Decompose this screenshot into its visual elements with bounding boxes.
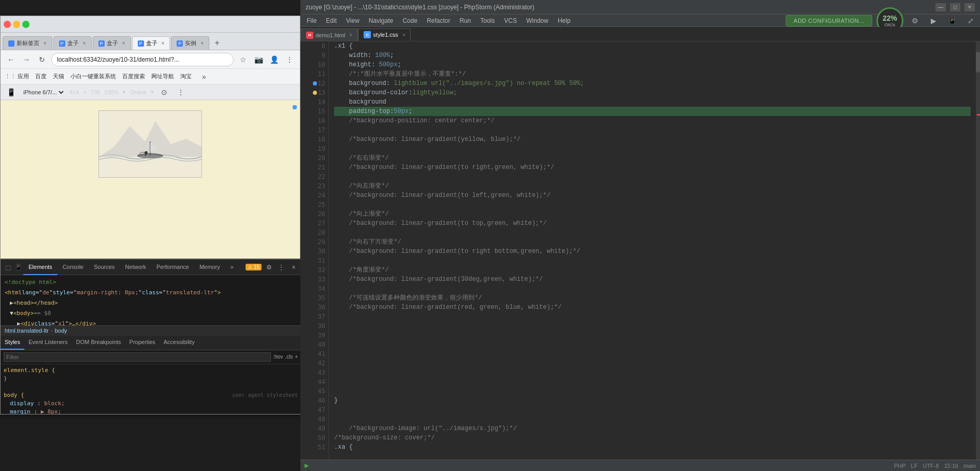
address-bar[interactable] — [51, 53, 234, 66]
menu-file[interactable]: File — [302, 16, 321, 25]
add-configuration-button[interactable]: ADD CONFIGURATION... — [786, 15, 872, 26]
bookmark-apps[interactable]: ⋮⋮ 应用 — [5, 73, 29, 80]
device-mode-arrow: ▾ — [151, 89, 154, 95]
menu-window[interactable]: Window — [522, 16, 553, 25]
phpstorm-tab-css[interactable]: C style1.css × — [358, 28, 411, 41]
browser-minimize-button[interactable] — [13, 21, 20, 28]
devtools-tab-network[interactable]: Network — [120, 260, 151, 275]
devtools-dots-icon[interactable]: ⋮ — [276, 262, 286, 273]
editor-scrollbar[interactable] — [976, 41, 980, 460]
phpstorm-tab-html[interactable]: H demo1.html × — [300, 28, 358, 41]
dom-panel[interactable]: <!doctype html> <html lang="de" style="m… — [1, 275, 301, 325]
device-rotate-icon[interactable]: ⊙ — [158, 86, 170, 98]
code-content-area[interactable]: .x1 { width: 100%; height: 500px; /*:*图片… — [329, 41, 976, 460]
styles-filter-input[interactable] — [4, 352, 271, 362]
tab-close-4[interactable]: × — [200, 40, 204, 46]
menu-edit[interactable]: Edit — [322, 16, 341, 25]
menu-tools[interactable]: Tools — [476, 16, 499, 25]
phone-icon-btn[interactable]: 📱 — [945, 13, 959, 28]
tab-box-2[interactable]: P 盒子 × — [93, 36, 131, 50]
filter-cls-btn[interactable]: .cls — [285, 354, 293, 360]
more-button[interactable]: ⋮ — [283, 53, 296, 66]
bookmarks-bar: ⋮⋮ 应用 百度 天猫 小白一键重装系统 百度搜索 网址导航 淘宝 » — [1, 69, 300, 84]
menu-help[interactable]: Help — [554, 16, 575, 25]
screenshot-button[interactable]: 📷 — [252, 53, 265, 66]
styles-tab-access[interactable]: Accessibility — [160, 335, 199, 350]
profile-button[interactable]: 👤 — [268, 53, 280, 66]
bookmark-button[interactable]: ☆ — [237, 53, 249, 66]
devtools-mobile-icon[interactable]: 📱 — [13, 262, 23, 273]
filter-add-btn[interactable]: + — [295, 354, 298, 360]
devtools-tab-console[interactable]: Console — [57, 260, 89, 275]
menu-code[interactable]: Code — [398, 16, 422, 25]
expand-icon-btn[interactable]: ⤢ — [963, 13, 978, 28]
back-button[interactable]: ← — [5, 53, 17, 66]
code-line-26: /*向上渐变*/ — [334, 209, 971, 219]
bookmark-reset[interactable]: 小白一键重装系统 — [70, 73, 116, 80]
filter-hov-btn[interactable]: :hov — [273, 354, 283, 360]
code-line-44 — [334, 377, 971, 387]
tab-example[interactable]: P 实例 × — [171, 36, 209, 50]
devtools-close-icon[interactable]: × — [289, 262, 299, 273]
bookmark-label-taobao: 淘宝 — [180, 73, 192, 80]
tab-box-1[interactable]: P 盒子 × — [53, 36, 92, 50]
styles-tab-event[interactable]: Event Listeners — [24, 335, 72, 350]
device-select[interactable]: iPhone 6/7/... — [21, 89, 65, 96]
html-tab-close[interactable]: × — [349, 32, 352, 38]
tab-close-0[interactable]: × — [44, 40, 47, 46]
bookmark-taobao[interactable]: 淘宝 — [180, 73, 192, 80]
resize-handle[interactable] — [293, 105, 297, 109]
tab-box-3-active[interactable]: P 盒子 × — [132, 36, 170, 50]
code-line-10: height: 500px; — [334, 60, 971, 69]
devtools-tab-memory[interactable]: Memory — [194, 260, 225, 275]
device-toggle-icon[interactable]: 📱 — [5, 86, 17, 98]
tab-new-tab[interactable]: 新标签页 × — [3, 36, 52, 50]
breadcrumb-html[interactable]: html.translated-ltr — [5, 327, 49, 334]
bookmark-baidu[interactable]: 百度 — [35, 73, 47, 80]
styles-tab-dom-bp[interactable]: DOM Breakpoints — [72, 335, 125, 350]
styles-tab-props[interactable]: Properties — [125, 335, 160, 350]
device-more-icon[interactable]: ⋮ — [175, 86, 187, 98]
bookmarks-more[interactable]: » — [198, 70, 210, 83]
bookmark-baidusearch[interactable]: 百度搜索 — [122, 73, 145, 80]
settings-icon-btn[interactable]: ⚙ — [907, 13, 922, 28]
device-mode: Online — [130, 89, 147, 95]
scrollbar-thumb[interactable] — [976, 52, 980, 73]
tab-close-1[interactable]: × — [83, 40, 86, 46]
code-line-16: /*background-position: center center;*/ — [334, 116, 971, 125]
code-line-49: /*background-image: url("../images/s.jpg… — [334, 424, 971, 433]
tab-close-2[interactable]: × — [122, 40, 125, 46]
breadcrumb-body[interactable]: body — [55, 327, 67, 334]
menu-navigate[interactable]: Navigate — [365, 16, 397, 25]
bookmark-nav[interactable]: 网址导航 — [151, 73, 174, 80]
devtools-tab-performance[interactable]: Performance — [151, 260, 194, 275]
menu-vcs[interactable]: VCS — [500, 16, 521, 25]
devtools-tab-sources[interactable]: Sources — [89, 260, 120, 275]
demo-image — [98, 110, 202, 178]
run-icon-btn[interactable]: ▶ — [926, 13, 941, 28]
dom-area: <!doctype html> <html lang="de" style="m… — [1, 275, 301, 414]
tab-close-3[interactable]: × — [162, 40, 165, 46]
tab-label-1: 盒子 — [67, 39, 79, 47]
code-line-40 — [334, 340, 971, 349]
devtools-settings-icon[interactable]: ⚙ — [264, 262, 274, 273]
menu-refactor[interactable]: Refactor — [423, 16, 454, 25]
forward-button[interactable]: → — [20, 53, 33, 66]
new-tab-button[interactable]: + — [210, 36, 224, 50]
bookmark-tmall[interactable]: 天猫 — [53, 73, 64, 80]
css-tab-close[interactable]: × — [402, 32, 406, 38]
styles-tab-styles[interactable]: Styles — [1, 335, 24, 350]
menu-run[interactable]: Run — [455, 16, 475, 25]
browser-maximize-button[interactable] — [22, 21, 30, 28]
code-line-19 — [334, 144, 971, 153]
browser-close-button[interactable] — [4, 21, 11, 28]
browser-window: 新标签页 × P 盒子 × P 盒子 × P 盒子 × P 实例 × + ← →… — [0, 16, 300, 415]
warning-badge[interactable]: ⚠ 15 — [246, 264, 262, 270]
body-display-prop: display — [10, 400, 34, 407]
refresh-button[interactable]: ↻ — [36, 53, 48, 66]
devtools-tab-more[interactable]: » — [225, 260, 239, 275]
devtools-tab-elements[interactable]: Elements — [23, 260, 57, 275]
speed-percent: 22% — [883, 14, 897, 22]
menu-view[interactable]: View — [342, 16, 364, 25]
devtools-inspect-icon[interactable]: ⬚ — [3, 262, 13, 273]
